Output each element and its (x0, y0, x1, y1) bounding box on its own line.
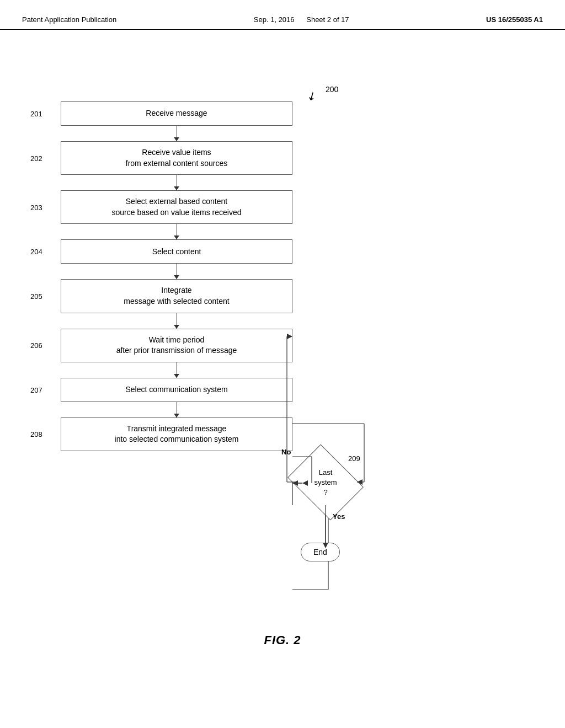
box-206-wait-time: Wait time periodafter prior transmission… (61, 329, 292, 362)
box-204-wrapper: 204 Select content (61, 239, 292, 264)
header-left: Patent Application Publication (22, 15, 116, 24)
no-label: No (281, 448, 291, 456)
sheet-info: Sheet 2 of 17 (306, 15, 349, 24)
arrow-206-207 (177, 362, 177, 378)
ref-200-label: 200 (326, 85, 338, 94)
yes-label: Yes (333, 512, 345, 521)
ref-label-202: 202 (30, 154, 42, 162)
page-header: Patent Application Publication Sep. 1, 2… (0, 0, 565, 30)
ref-label-204: 204 (30, 248, 42, 256)
box-207-wrapper: 207 Select communication system (61, 378, 292, 402)
diamond-last-system: Last system ? (292, 458, 359, 507)
box-205-wrapper: 205 Integratemessage with selected conte… (61, 279, 292, 313)
end-oval: End (301, 543, 340, 561)
publication-label: Patent Application Publication (22, 15, 116, 24)
box-208-wrapper: 208 Transmit integrated messageinto sele… (61, 417, 292, 451)
arrow-205-206 (177, 313, 177, 329)
ref-200-arrow-icon: ↙ (304, 88, 319, 104)
header-right: US 16/255035 A1 (486, 15, 543, 24)
arrow-203-204 (177, 224, 177, 239)
box-205-integrate-message: Integratemessage with selected content (61, 279, 292, 313)
ref-label-203: 203 (30, 203, 42, 211)
publication-date: Sep. 1, 2016 (254, 15, 295, 24)
figure-caption: FIG. 2 (264, 633, 301, 647)
diamond-text: Last system ? (292, 458, 359, 507)
flowchart-container: 201 Receive message 202 Receive value it… (61, 101, 292, 451)
box-202-wrapper: 202 Receive value itemsfrom external con… (61, 141, 292, 175)
ref-label-206: 206 (30, 341, 42, 350)
box-206-wrapper: 206 Wait time periodafter prior transmis… (61, 329, 292, 362)
box-202-receive-value-items: Receive value itemsfrom external content… (61, 141, 292, 175)
box-207-select-comm: Select communication system (61, 378, 292, 402)
header-center: Sep. 1, 2016 Sheet 2 of 17 (254, 15, 349, 24)
box-201-wrapper: 201 Receive message (61, 101, 292, 126)
ref-label-205: 205 (30, 292, 42, 300)
arrow-207-208 (177, 402, 177, 417)
ref-label-207: 207 (30, 386, 42, 394)
ref-label-208: 208 (30, 430, 42, 438)
box-203-wrapper: 203 Select external based contentsource … (61, 190, 292, 224)
arrow-202-203 (177, 175, 177, 190)
diagram-area: 200 ↙ 201 Receive message 202 Receive va… (0, 30, 565, 681)
patent-number: US 16/255035 A1 (486, 15, 543, 24)
end-oval-wrapper: End (301, 543, 340, 561)
box-208-transmit: Transmit integrated messageinto selected… (61, 417, 292, 451)
arrow-201-202 (177, 126, 177, 141)
arrow-204-205 (177, 264, 177, 279)
box-201-receive-message: Receive message (61, 101, 292, 126)
ref-label-201: 201 (30, 110, 42, 118)
box-204-select-content: Select content (61, 239, 292, 264)
box-203-select-external: Select external based contentsource base… (61, 190, 292, 224)
